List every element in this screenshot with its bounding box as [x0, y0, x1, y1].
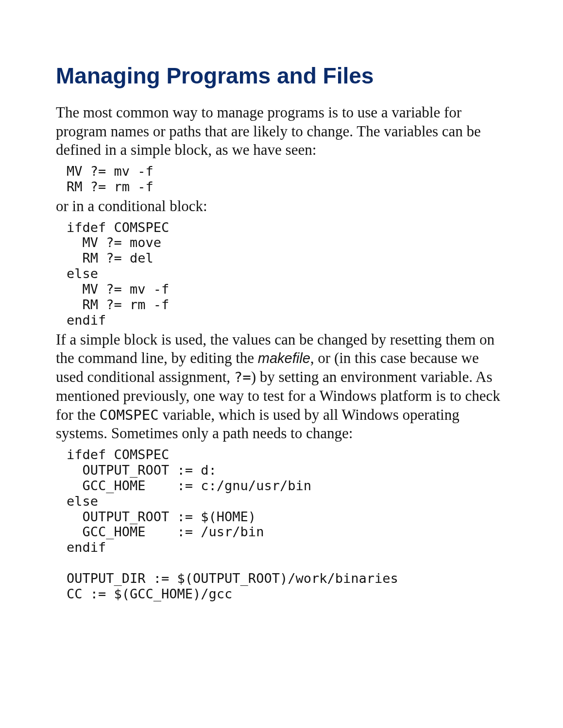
section-heading: Managing Programs and Files	[56, 63, 507, 89]
paragraph-3: If a simple block is used, the values ca…	[56, 331, 507, 444]
comspec-inline: COMSPEC	[100, 407, 159, 423]
code-block-3: ifdef COMSPEC OUTPUT_ROOT := d: GCC_HOME…	[67, 447, 507, 602]
assign-operator-inline: ?=	[234, 369, 251, 385]
paragraph-1: The most common way to manage programs i…	[56, 103, 507, 160]
code-block-2: ifdef COMSPEC MV ?= move RM ?= del else …	[67, 220, 507, 328]
code-block-1: MV ?= mv -f RM ?= rm -f	[67, 164, 507, 195]
paragraph-2: or in a conditional block:	[56, 197, 507, 216]
makefile-italic: makefile	[258, 350, 310, 366]
